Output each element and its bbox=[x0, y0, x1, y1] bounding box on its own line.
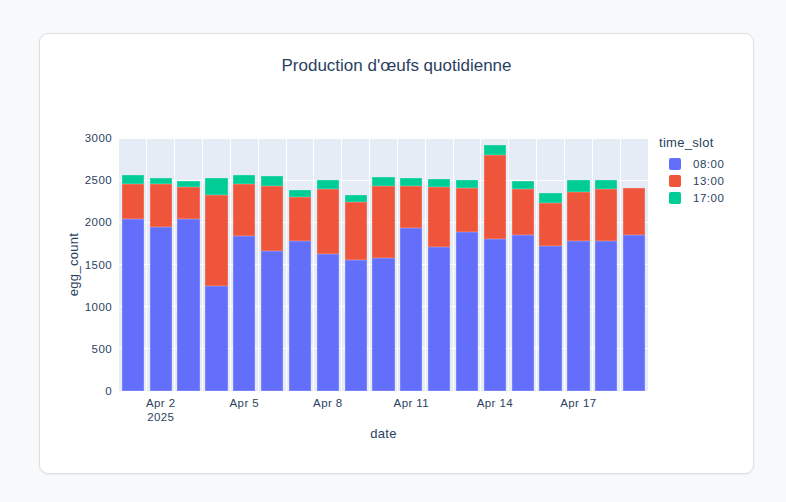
bar-segment-08:00-Apr 17[interactable] bbox=[567, 241, 589, 391]
bar-segment-13:00-Apr 10[interactable] bbox=[372, 186, 394, 258]
bar-segment-08:00-Apr 15[interactable] bbox=[512, 235, 534, 391]
bar-segment-13:00-Apr 12[interactable] bbox=[428, 187, 450, 247]
legend-title: time_slot bbox=[659, 135, 724, 150]
y-gridline bbox=[119, 138, 648, 139]
legend-item-17:00[interactable]: 17:00 bbox=[669, 189, 724, 206]
x-tick-label: Apr 22025 bbox=[121, 396, 201, 424]
legend-color-swatch bbox=[669, 158, 681, 170]
bar-segment-13:00-Apr 13[interactable] bbox=[456, 188, 478, 232]
bar-segment-13:00-Apr 9[interactable] bbox=[345, 202, 367, 260]
legend-item-label: 13:00 bbox=[693, 175, 724, 187]
bar-segment-13:00-Apr 17[interactable] bbox=[567, 192, 589, 241]
legend-color-swatch bbox=[669, 192, 681, 204]
y-tick-label: 2500 bbox=[52, 173, 112, 187]
x-tick-label: Apr 17 bbox=[538, 396, 618, 410]
y-tick-label: 1000 bbox=[52, 300, 112, 314]
y-tick-label: 0 bbox=[52, 384, 112, 398]
legend-item-label: 17:00 bbox=[693, 192, 724, 204]
bar-segment-08:00-Apr 14[interactable] bbox=[484, 239, 506, 391]
bar-segment-17:00-Apr 10[interactable] bbox=[372, 177, 394, 186]
plot-area[interactable] bbox=[119, 138, 648, 391]
bar-segment-08:00-Apr 5[interactable] bbox=[233, 236, 255, 391]
bar-segment-17:00-Apr 5[interactable] bbox=[233, 175, 255, 184]
bar-segment-13:00-Apr 3[interactable] bbox=[177, 187, 199, 219]
bar-segment-17:00-Apr 9[interactable] bbox=[345, 195, 367, 201]
bar-segment-17:00-Apr 13[interactable] bbox=[456, 180, 478, 188]
x-tick-text: Apr 2 bbox=[121, 396, 201, 410]
bar-segment-08:00-Apr 4[interactable] bbox=[205, 286, 227, 391]
bar-segment-17:00-Apr 16[interactable] bbox=[539, 193, 561, 202]
bar-segment-13:00-Apr 2[interactable] bbox=[150, 184, 172, 227]
bar-segment-17:00-Apr 3[interactable] bbox=[177, 181, 199, 188]
x-tick-label: Apr 14 bbox=[455, 396, 535, 410]
bar-segment-13:00-Apr 4[interactable] bbox=[205, 195, 227, 285]
x-tick-label: Apr 8 bbox=[288, 396, 368, 410]
bar-segment-17:00-Apr 8[interactable] bbox=[317, 180, 339, 189]
chart-title: Production d'œufs quotidienne bbox=[40, 56, 753, 76]
bar-segment-17:00-Apr 1[interactable] bbox=[122, 175, 144, 184]
y-tick-label: 3000 bbox=[52, 131, 112, 145]
x-tick-text: Apr 17 bbox=[538, 396, 618, 410]
chart-card: Production d'œufs quotidienne egg_count … bbox=[39, 33, 754, 474]
bar-segment-13:00-Apr 8[interactable] bbox=[317, 189, 339, 254]
x-tick-text: Apr 11 bbox=[371, 396, 451, 410]
bar-segment-17:00-Apr 12[interactable] bbox=[428, 179, 450, 187]
bar-segment-08:00-Apr 11[interactable] bbox=[400, 228, 422, 391]
bar-segment-17:00-Apr 11[interactable] bbox=[400, 178, 422, 186]
bar-segment-08:00-Apr 3[interactable] bbox=[177, 219, 199, 391]
bar-segment-13:00-Apr 19[interactable] bbox=[623, 188, 645, 235]
bar-segment-17:00-Apr 18[interactable] bbox=[595, 180, 617, 188]
bar-segment-13:00-Apr 1[interactable] bbox=[122, 184, 144, 219]
bar-segment-08:00-Apr 12[interactable] bbox=[428, 247, 450, 391]
bar-segment-08:00-Apr 19[interactable] bbox=[623, 235, 645, 391]
bar-segment-13:00-Apr 15[interactable] bbox=[512, 189, 534, 234]
bar-segment-08:00-Apr 2[interactable] bbox=[150, 227, 172, 391]
bar-segment-08:00-Apr 1[interactable] bbox=[122, 219, 144, 391]
bar-segment-17:00-Apr 6[interactable] bbox=[261, 176, 283, 186]
legend-item-08:00[interactable]: 08:00 bbox=[669, 155, 724, 172]
bar-segment-08:00-Apr 18[interactable] bbox=[595, 241, 617, 391]
bar-segment-13:00-Apr 14[interactable] bbox=[484, 155, 506, 239]
y-tick-label: 500 bbox=[52, 342, 112, 356]
bar-segment-08:00-Apr 10[interactable] bbox=[372, 258, 394, 391]
bar-segment-13:00-Apr 5[interactable] bbox=[233, 184, 255, 236]
x-tick-text: Apr 14 bbox=[455, 396, 535, 410]
legend-item-13:00[interactable]: 13:00 bbox=[669, 172, 724, 189]
bar-segment-13:00-Apr 18[interactable] bbox=[595, 189, 617, 242]
bar-segment-13:00-Apr 6[interactable] bbox=[261, 186, 283, 251]
bar-segment-08:00-Apr 9[interactable] bbox=[345, 260, 367, 391]
legend-items: 08:0013:0017:00 bbox=[659, 155, 724, 206]
bar-segment-13:00-Apr 7[interactable] bbox=[289, 197, 311, 241]
legend-item-label: 08:00 bbox=[693, 158, 724, 170]
bar-segment-17:00-Apr 7[interactable] bbox=[289, 190, 311, 197]
bar-segment-08:00-Apr 7[interactable] bbox=[289, 241, 311, 391]
desktop-background: { "window": { "background": "#f8f9fa", "… bbox=[0, 0, 786, 502]
x-axis-title: date bbox=[119, 426, 648, 441]
bar-segment-17:00-Apr 17[interactable] bbox=[567, 180, 589, 192]
bar-segment-17:00-Apr 15[interactable] bbox=[512, 181, 534, 190]
x-tick-label: Apr 11 bbox=[371, 396, 451, 410]
legend: time_slot 08:0013:0017:00 bbox=[659, 135, 724, 206]
bar-segment-17:00-Apr 4[interactable] bbox=[205, 178, 227, 195]
bar-segment-08:00-Apr 6[interactable] bbox=[261, 251, 283, 391]
bar-segment-13:00-Apr 16[interactable] bbox=[539, 203, 561, 246]
bar-segment-08:00-Apr 16[interactable] bbox=[539, 246, 561, 391]
bar-segment-17:00-Apr 14[interactable] bbox=[484, 145, 506, 155]
y-tick-label: 1500 bbox=[52, 258, 112, 272]
bar-segment-17:00-Apr 2[interactable] bbox=[150, 178, 172, 184]
y-tick-label: 2000 bbox=[52, 215, 112, 229]
bar-segment-13:00-Apr 11[interactable] bbox=[400, 186, 422, 228]
legend-color-swatch bbox=[669, 175, 681, 187]
x-tick-label: Apr 5 bbox=[204, 396, 284, 410]
bar-segment-08:00-Apr 13[interactable] bbox=[456, 232, 478, 391]
bar-segment-08:00-Apr 8[interactable] bbox=[317, 254, 339, 391]
x-tick-year: 2025 bbox=[121, 410, 201, 424]
x-tick-text: Apr 5 bbox=[204, 396, 284, 410]
x-tick-text: Apr 8 bbox=[288, 396, 368, 410]
